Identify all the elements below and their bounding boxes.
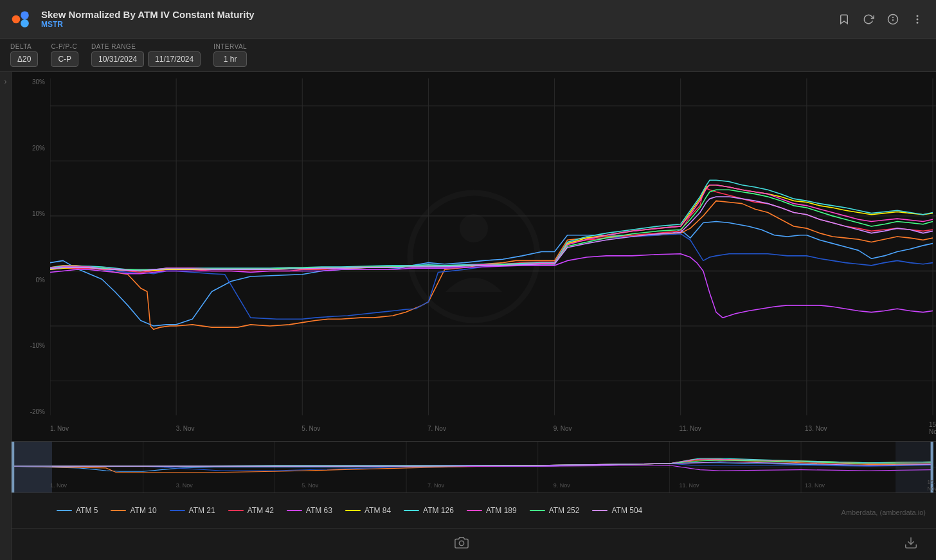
mini-x-1nov: 1. Nov — [50, 482, 67, 489]
legend-label-atm189: ATM 189 — [486, 506, 517, 515]
legend-color-atm84 — [345, 510, 361, 511]
chart-svg-container — [50, 78, 936, 415]
svg-rect-34 — [12, 442, 52, 492]
legend-item-atm63: ATM 63 — [287, 506, 332, 515]
sidebar-toggle[interactable]: › — [0, 72, 12, 560]
chart-area: 30% 20% 10% 0% -10% -20% — [12, 72, 936, 560]
legend-color-atm126 — [404, 510, 419, 511]
logo — [10, 8, 33, 31]
chart-title: Skew Normalized By ATM IV Constant Matur… — [41, 9, 836, 20]
legend-item-atm252: ATM 252 — [530, 506, 580, 515]
delta-group: Delta Δ20 — [10, 43, 38, 67]
legend-color-atm504 — [592, 510, 608, 511]
x-label-3nov: 3. Nov — [176, 425, 195, 432]
mini-x-13nov: 13. Nov — [805, 482, 825, 489]
cpp-label: C-P/P-C — [51, 43, 78, 50]
cpp-button[interactable]: C-P — [51, 51, 78, 67]
header: Skew Normalized By ATM IV Constant Matur… — [0, 0, 936, 39]
legend-label-atm252: ATM 252 — [549, 506, 580, 515]
interval-label: Interval — [213, 43, 247, 50]
y-label-0: 0% — [36, 276, 45, 284]
legend-label-atm84: ATM 84 — [364, 506, 391, 515]
legend-label-atm10: ATM 10 — [130, 506, 156, 515]
y-label-neg20: -20% — [30, 408, 45, 415]
cpp-group: C-P/P-C C-P — [51, 43, 78, 67]
download-button[interactable] — [899, 530, 923, 558]
legend-label-atm504: ATM 504 — [611, 506, 642, 515]
x-label-11nov: 11. Nov — [679, 425, 701, 432]
ticker-subtitle: MSTR — [41, 20, 836, 29]
y-label-30: 30% — [32, 78, 45, 86]
x-label-7nov: 7. Nov — [428, 425, 446, 432]
x-label-9nov: 9. Nov — [554, 425, 572, 432]
legend-item-atm42: ATM 42 — [228, 506, 274, 515]
refresh-button[interactable] — [860, 11, 877, 28]
legend-item-atm504: ATM 504 — [592, 506, 642, 515]
legend-item-atm10: ATM 10 — [111, 506, 156, 515]
info-button[interactable] — [885, 11, 901, 28]
interval-button[interactable]: 1 hr — [213, 51, 247, 67]
svg-point-8 — [917, 22, 918, 23]
legend-label-atm63: ATM 63 — [306, 506, 332, 515]
legend-color-atm21 — [170, 510, 185, 511]
mini-x-11nov: 11. Nov — [679, 482, 699, 489]
legend-color-atm42 — [228, 510, 244, 511]
legend-color-atm189 — [467, 510, 482, 511]
svg-point-7 — [917, 19, 918, 20]
interval-group: Interval 1 hr — [213, 43, 247, 67]
legend-label-atm42: ATM 42 — [248, 506, 274, 515]
header-actions — [836, 11, 926, 28]
y-label-20: 20% — [32, 145, 45, 152]
legend-color-atm10 — [111, 510, 126, 511]
delta-button[interactable]: Δ20 — [10, 51, 38, 67]
controls-bar: Delta Δ20 C-P/P-C C-P Date Range 10/31/2… — [0, 39, 936, 72]
mini-x-3nov: 3. Nov — [176, 482, 193, 489]
y-axis: 30% 20% 10% 0% -10% -20% — [12, 78, 50, 415]
legend-item-atm126: ATM 126 — [404, 506, 454, 515]
legend-label-atm5: ATM 5 — [76, 506, 98, 515]
camera-button[interactable] — [449, 530, 474, 558]
legend-item-atm189: ATM 189 — [467, 506, 517, 515]
legend-color-atm63 — [287, 510, 302, 511]
date-end-button[interactable]: 11/17/2024 — [148, 51, 201, 67]
x-label-5nov: 5. Nov — [302, 425, 320, 432]
svg-point-6 — [917, 15, 918, 17]
legend-item-atm5: ATM 5 — [57, 506, 98, 515]
mini-x-axis: 1. Nov 3. Nov 5. Nov 7. Nov 9. Nov 11. N… — [50, 478, 936, 492]
x-label-15nov: 15. Nov — [929, 421, 936, 435]
mini-x-15nov: 15. Nov — [927, 479, 936, 492]
delta-label: Delta — [10, 43, 38, 50]
legend-item-atm21: ATM 21 — [170, 506, 215, 515]
main-chart: 30% 20% 10% 0% -10% -20% — [12, 72, 936, 441]
svg-point-38 — [459, 541, 464, 545]
legend-item-atm84: ATM 84 — [345, 506, 391, 515]
svg-point-0 — [12, 15, 21, 23]
svg-rect-35 — [12, 442, 14, 492]
mini-x-5nov: 5. Nov — [302, 482, 318, 489]
x-label-1nov: 1. Nov — [50, 425, 69, 432]
date-start-button[interactable]: 10/31/2024 — [91, 51, 144, 67]
x-axis: 1. Nov 3. Nov 5. Nov 7. Nov 9. Nov 11. N… — [50, 415, 936, 441]
mini-x-9nov: 9. Nov — [554, 482, 570, 489]
legend: ATM 5 ATM 10 ATM 21 ATM 42 ATM 63 ATM 84 — [12, 492, 936, 528]
more-button[interactable] — [909, 11, 926, 28]
svg-point-2 — [21, 19, 29, 28]
title-block: Skew Normalized By ATM IV Constant Matur… — [41, 9, 836, 29]
attribution: Amberdata, (amberdata.io) — [842, 509, 926, 516]
mini-chart[interactable]: 1. Nov 3. Nov 5. Nov 7. Nov 9. Nov 11. N… — [12, 441, 936, 492]
y-label-neg10: -10% — [30, 342, 45, 349]
x-label-13nov: 13. Nov — [805, 425, 827, 432]
main-area: › 30% 20% 10% 0% -10% -20% — [0, 72, 936, 560]
mini-x-7nov: 7. Nov — [428, 482, 444, 489]
footer — [12, 528, 936, 560]
y-label-10: 10% — [32, 210, 45, 217]
date-range-group: Date Range 10/31/2024 11/17/2024 — [91, 43, 201, 67]
legend-color-atm5 — [57, 510, 72, 511]
legend-color-atm252 — [530, 510, 545, 511]
bookmark-button[interactable] — [836, 11, 852, 28]
legend-label-atm126: ATM 126 — [423, 506, 454, 515]
date-range-label: Date Range — [91, 43, 201, 50]
svg-point-1 — [21, 11, 29, 19]
chevron-right-icon: › — [4, 77, 7, 86]
legend-label-atm21: ATM 21 — [189, 506, 215, 515]
